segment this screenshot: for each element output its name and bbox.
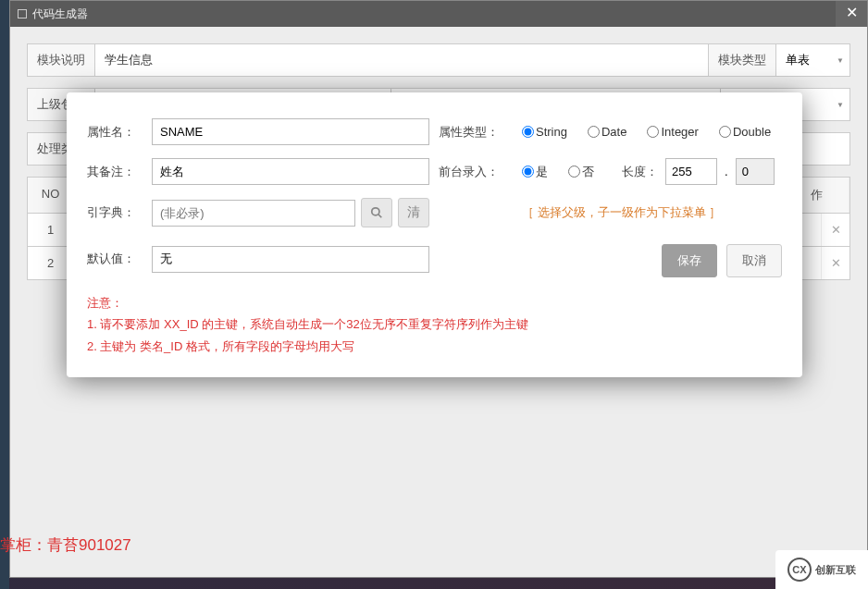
attr-name-label: 属性名： bbox=[87, 124, 143, 141]
front-input-label: 前台录入： bbox=[439, 164, 513, 180]
svg-point-0 bbox=[372, 208, 379, 215]
radio-string[interactable]: String bbox=[522, 125, 567, 139]
save-button[interactable]: 保存 bbox=[662, 244, 717, 277]
brand-logo: CX 创新互联 bbox=[775, 550, 868, 589]
remark-label: 其备注： bbox=[87, 164, 143, 180]
radio-no[interactable]: 否 bbox=[568, 164, 594, 180]
attr-name-input[interactable] bbox=[152, 118, 429, 145]
svg-line-1 bbox=[378, 215, 382, 218]
default-input[interactable] bbox=[152, 246, 429, 273]
attr-type-label: 属性类型： bbox=[439, 124, 513, 141]
footer-text: 掌柜：青苔901027 bbox=[0, 534, 131, 556]
dict-input[interactable] bbox=[152, 200, 355, 227]
notes-block: 注意： 1. 请不要添加 XX_ID 的主键，系统自动生成一个32位无序不重复字… bbox=[87, 292, 782, 357]
dict-hint: ［ 选择父级，子一级作为下拉菜单 ］ bbox=[522, 204, 782, 221]
note-2: 2. 主键为 类名_ID 格式，所有字段的字母均用大写 bbox=[87, 336, 782, 357]
brand-logo-icon: CX bbox=[787, 558, 812, 582]
note-1: 1. 请不要添加 XX_ID 的主键，系统自动生成一个32位无序不重复字符序列作… bbox=[87, 313, 782, 335]
radio-date[interactable]: Date bbox=[588, 125, 626, 139]
brand-logo-text: 创新互联 bbox=[815, 563, 856, 577]
radio-yes[interactable]: 是 bbox=[522, 164, 548, 180]
clear-button[interactable]: 清 bbox=[398, 198, 429, 227]
dict-label: 引字典： bbox=[87, 204, 143, 221]
decimal-input[interactable] bbox=[736, 158, 775, 185]
attr-type-radios: String Date Integer Double bbox=[522, 125, 782, 139]
radio-integer[interactable]: Integer bbox=[647, 125, 698, 139]
remark-input[interactable] bbox=[152, 158, 429, 185]
notes-title: 注意： bbox=[87, 292, 782, 313]
length-label: 长度： bbox=[622, 164, 658, 180]
search-icon-button[interactable] bbox=[361, 198, 392, 227]
attribute-modal: 属性名： 属性类型： String Date Integer Double 其备… bbox=[67, 92, 802, 377]
radio-double[interactable]: Double bbox=[719, 125, 771, 139]
default-label: 默认值： bbox=[87, 251, 143, 267]
cancel-button[interactable]: 取消 bbox=[726, 244, 782, 277]
length-input[interactable] bbox=[665, 158, 717, 185]
